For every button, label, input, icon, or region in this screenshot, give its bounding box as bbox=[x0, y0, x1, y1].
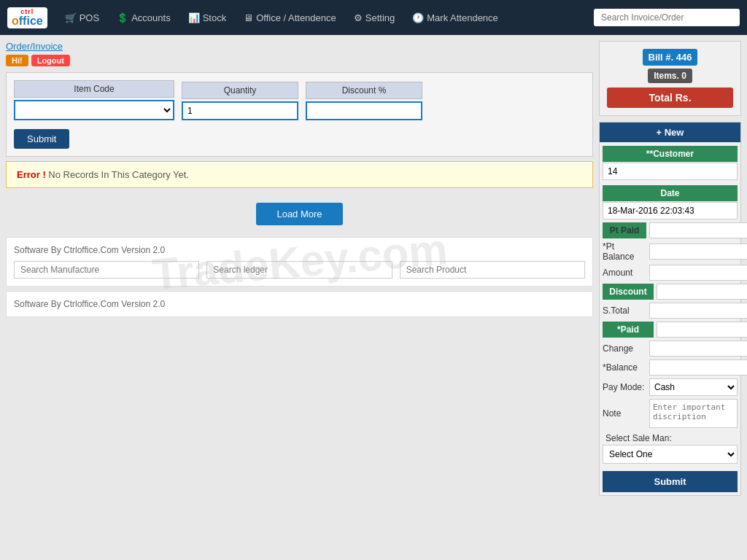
pos-icon: 🛒 bbox=[65, 12, 77, 23]
pt-paid-row: Pt Paid bbox=[600, 221, 740, 240]
item-code-select[interactable] bbox=[14, 100, 174, 120]
date-input[interactable] bbox=[603, 202, 738, 219]
nav-mark-attendence[interactable]: 🕐 Mark Attendence bbox=[405, 8, 506, 28]
amount-input[interactable] bbox=[649, 265, 747, 281]
select-salesman-label: Select Sale Man: bbox=[603, 431, 738, 443]
change-row: Change bbox=[600, 339, 740, 358]
footer-text-2: Software By Ctrloffice.Com Version 2.0 bbox=[14, 299, 585, 309]
discount-input[interactable] bbox=[306, 101, 422, 120]
order-form: Item Code Quantity Discount % Submit bbox=[6, 72, 593, 157]
paymode-select[interactable]: Cash Card Cheque bbox=[649, 378, 738, 396]
quantity-input[interactable] bbox=[182, 101, 298, 120]
main-container: Order/Invoice Hi! Logout Item Code Quant… bbox=[0, 35, 747, 502]
content-card-1: TradeKey.com Software By Ctrloffice.Com … bbox=[6, 237, 593, 287]
note-row: Note bbox=[600, 397, 740, 429]
search-row bbox=[14, 261, 585, 279]
pt-paid-input[interactable] bbox=[649, 222, 747, 238]
paid-row: *Paid bbox=[600, 320, 740, 339]
balance-row: *Balance bbox=[600, 358, 740, 377]
new-button[interactable]: + New bbox=[600, 122, 740, 142]
clock-icon: 🕐 bbox=[412, 12, 424, 23]
accounts-icon: 💲 bbox=[117, 12, 128, 23]
error-prefix: Error ! bbox=[17, 169, 46, 180]
paymode-row: Pay Mode: Cash Card Cheque bbox=[600, 377, 740, 397]
discount-side-input[interactable] bbox=[657, 284, 747, 300]
bill-number: Bill #. 446 bbox=[643, 49, 698, 66]
logout-badge[interactable]: Logout bbox=[31, 55, 70, 66]
badge-row: Hi! Logout bbox=[6, 55, 593, 66]
setting-icon: ⚙ bbox=[354, 12, 363, 23]
change-input[interactable] bbox=[649, 341, 747, 357]
side-form: + New **Customer Date Pt Paid *Pt Balanc… bbox=[599, 122, 741, 496]
quantity-group: Quantity bbox=[182, 82, 298, 120]
search-manufacture-input[interactable] bbox=[14, 261, 199, 279]
balance-label: *Balance bbox=[603, 362, 646, 373]
quantity-label: Quantity bbox=[182, 82, 298, 99]
note-textarea[interactable] bbox=[649, 399, 738, 428]
stotal-row: S.Total bbox=[600, 301, 740, 320]
search-product-input[interactable] bbox=[400, 261, 585, 279]
nav-office-attendence[interactable]: 🖥 Office / Attendence bbox=[236, 8, 344, 28]
discount-group: Discount % bbox=[306, 82, 422, 120]
app-logo: ctrl office bbox=[7, 7, 47, 28]
form-submit-button[interactable]: Submit bbox=[14, 129, 69, 149]
items-count: Items. 0 bbox=[648, 69, 692, 83]
paymode-label: Pay Mode: bbox=[603, 382, 646, 392]
balance-input[interactable] bbox=[649, 359, 747, 376]
amount-row: Amount bbox=[600, 263, 740, 282]
change-label: Change bbox=[603, 343, 646, 354]
bill-card: Bill #. 446 Items. 0 Total Rs. bbox=[599, 41, 741, 116]
pt-balance-input[interactable] bbox=[649, 244, 747, 260]
right-panel: Bill #. 446 Items. 0 Total Rs. + New **C… bbox=[599, 41, 741, 496]
logo-office: office bbox=[12, 15, 43, 27]
nav-accounts[interactable]: 💲 Accounts bbox=[109, 8, 177, 28]
nav-search-input[interactable] bbox=[594, 9, 740, 26]
customer-label: **Customer bbox=[603, 146, 738, 162]
stock-icon: 📊 bbox=[188, 12, 200, 23]
nav-setting[interactable]: ⚙ Setting bbox=[347, 8, 402, 28]
discount-label: Discount % bbox=[306, 82, 422, 99]
load-more-button[interactable]: Load More bbox=[256, 203, 342, 225]
select-salesman-container: Select Sale Man: Select One bbox=[600, 429, 740, 465]
submit-container: Submit bbox=[600, 465, 740, 495]
footer-text-1: Software By Ctrloffice.Com Version 2.0 bbox=[14, 245, 585, 255]
left-panel: Order/Invoice Hi! Logout Item Code Quant… bbox=[6, 41, 593, 322]
side-submit-button[interactable]: Submit bbox=[603, 471, 738, 492]
stotal-label: S.Total bbox=[603, 306, 646, 316]
nav-pos[interactable]: 🛒 POS bbox=[58, 8, 107, 28]
date-label: Date bbox=[603, 185, 738, 201]
note-label: Note bbox=[603, 408, 646, 419]
error-box: Error ! No Records In This Category Yet. bbox=[6, 161, 593, 188]
pt-balance-row: *Pt Balance bbox=[600, 240, 740, 263]
form-row: Item Code Quantity Discount % bbox=[14, 80, 585, 120]
item-code-group: Item Code bbox=[14, 80, 174, 120]
load-more-container: Load More bbox=[6, 195, 593, 237]
salesman-select[interactable]: Select One bbox=[603, 445, 738, 464]
amount-label: Amount bbox=[603, 268, 646, 278]
content-card-2: Software By Ctrloffice.Com Version 2.0 bbox=[6, 291, 593, 317]
navbar: ctrl office 🛒 POS 💲 Accounts 📊 Stock 🖥 O… bbox=[0, 0, 747, 35]
paid-input[interactable] bbox=[657, 322, 747, 338]
pt-balance-label: *Pt Balance bbox=[603, 241, 646, 262]
discount-row: Discount bbox=[600, 282, 740, 301]
error-message: No Records In This Category Yet. bbox=[48, 169, 189, 180]
hi-badge: Hi! bbox=[6, 55, 28, 66]
nav-stock[interactable]: 📊 Stock bbox=[181, 8, 234, 28]
breadcrumb[interactable]: Order/Invoice bbox=[6, 41, 593, 52]
customer-input[interactable] bbox=[603, 163, 738, 180]
customer-field-group: **Customer bbox=[600, 142, 740, 182]
paid-button[interactable]: *Paid bbox=[603, 322, 654, 338]
pt-paid-label: Pt Paid bbox=[603, 222, 646, 238]
office-icon: 🖥 bbox=[244, 12, 253, 23]
stotal-input[interactable] bbox=[649, 303, 747, 319]
discount-button[interactable]: Discount bbox=[603, 284, 654, 300]
date-field-group: Date bbox=[600, 182, 740, 221]
total-button[interactable]: Total Rs. bbox=[607, 88, 733, 108]
item-code-label: Item Code bbox=[14, 80, 174, 98]
search-ledger-input[interactable] bbox=[206, 261, 392, 279]
